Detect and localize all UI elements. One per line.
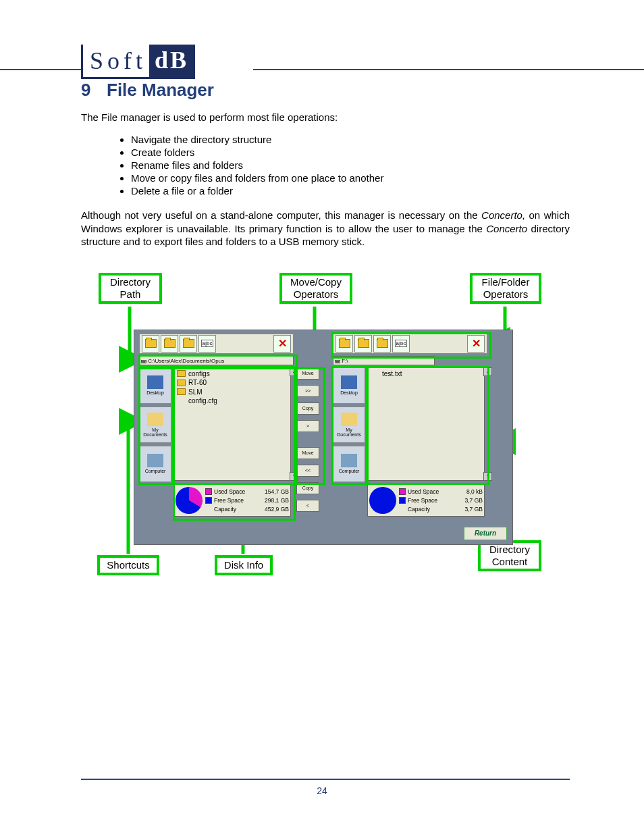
op-right-one[interactable]: > bbox=[296, 420, 319, 432]
delete-icon: ✕ bbox=[472, 337, 481, 350]
documents-icon bbox=[341, 413, 357, 426]
pie-chart-icon bbox=[369, 487, 396, 514]
op-copy-left[interactable]: Copy bbox=[296, 482, 319, 494]
shortcut-computer[interactable]: Computer bbox=[139, 446, 171, 482]
list-item[interactable]: test.txt bbox=[371, 369, 481, 379]
folder-icon bbox=[177, 388, 186, 395]
delete-icon: ✕ bbox=[278, 337, 287, 350]
new-folder-button[interactable] bbox=[180, 335, 197, 353]
new-folder-button-r[interactable] bbox=[373, 335, 391, 353]
pie-chart-icon bbox=[176, 487, 203, 514]
op-right-all[interactable]: >> bbox=[296, 385, 319, 397]
delete-button[interactable]: ✕ bbox=[273, 335, 291, 353]
shortcut-documents[interactable]: My Documents bbox=[139, 407, 171, 443]
folder-up-icon bbox=[339, 339, 350, 348]
folder-icon bbox=[177, 380, 186, 386]
folder-open-icon bbox=[358, 339, 369, 348]
list-item[interactable]: SLM bbox=[177, 388, 288, 397]
path-left[interactable]: 🖴 C:\Users\Alex\Documents\Opus bbox=[139, 356, 294, 365]
rename-icon: a|bc bbox=[201, 340, 214, 347]
used-swatch-icon bbox=[399, 488, 406, 495]
op-left-one[interactable]: < bbox=[296, 500, 319, 512]
page-number: 24 bbox=[0, 785, 644, 796]
folder-new-icon bbox=[377, 339, 388, 348]
op-move-right[interactable]: Move bbox=[296, 367, 319, 380]
toolbar-left: a|bc ✕ bbox=[139, 334, 294, 354]
shortcut-computer-r[interactable]: Computer bbox=[333, 446, 365, 482]
shortcuts-right: Desktop My Documents Computer bbox=[333, 367, 364, 533]
free-swatch-icon bbox=[399, 497, 406, 504]
toolbar-right: a|bc ✕ bbox=[333, 334, 487, 354]
logo-db: dB bbox=[149, 45, 195, 77]
up-folder-button[interactable] bbox=[142, 335, 159, 353]
scroll-up-button[interactable]: ▴ bbox=[483, 367, 492, 376]
path-right[interactable]: 🖴 F:\ bbox=[333, 356, 435, 365]
bullet-list: Navigate the directory structure Create … bbox=[131, 134, 570, 197]
section-heading: 9File Manager bbox=[81, 80, 570, 101]
shortcut-desktop[interactable]: Desktop bbox=[139, 367, 171, 404]
drive-icon: 🖴 bbox=[335, 358, 342, 364]
desktop-icon bbox=[341, 375, 357, 389]
label-disk-info: Disk Info bbox=[215, 555, 273, 575]
disk-info-left: Used Space154,7 GB Free Space298,1 GB Ca… bbox=[173, 484, 291, 517]
listing-left[interactable]: ▴ ▾ configs RT-60 SLM config.cfg bbox=[173, 367, 291, 481]
label-file-folder-ops: File/Folder Operators bbox=[470, 273, 541, 304]
label-directory-path: Directory Path bbox=[99, 273, 162, 304]
computer-icon bbox=[147, 454, 163, 467]
scroll-down-button[interactable]: ▾ bbox=[483, 472, 492, 481]
return-button[interactable]: Return bbox=[464, 527, 507, 540]
up-folder-button-r[interactable] bbox=[336, 335, 353, 353]
folder-up-icon bbox=[145, 339, 157, 348]
paragraph: Although not very useful on a stand-alon… bbox=[81, 209, 570, 249]
desktop-icon bbox=[147, 375, 163, 389]
listing-right[interactable]: ▴ ▾ test.txt bbox=[367, 367, 485, 481]
rename-button[interactable]: a|bc bbox=[198, 335, 216, 353]
op-left-all[interactable]: << bbox=[296, 465, 319, 477]
list-item[interactable]: RT-60 bbox=[177, 378, 288, 388]
op-move-left[interactable]: Move bbox=[296, 447, 319, 459]
rename-icon: a|bc bbox=[395, 340, 408, 347]
drive-icon: 🖴 bbox=[141, 358, 148, 364]
shortcut-desktop-r[interactable]: Desktop bbox=[333, 367, 365, 404]
file-manager-window: a|bc ✕ a|bc ✕ 🖴 C:\Users\Alex\Documents\… bbox=[134, 330, 513, 545]
delete-button-r[interactable]: ✕ bbox=[467, 335, 485, 353]
folder-open-icon bbox=[164, 339, 176, 348]
computer-icon bbox=[341, 454, 357, 467]
logo-soft: Soft bbox=[83, 47, 149, 75]
free-swatch-icon bbox=[205, 497, 212, 504]
documents-icon bbox=[147, 413, 163, 426]
label-shortcuts: Shortcuts bbox=[97, 555, 159, 575]
open-folder-button[interactable] bbox=[161, 335, 178, 353]
shortcut-documents-r[interactable]: My Documents bbox=[333, 407, 365, 443]
list-item[interactable]: configs bbox=[177, 369, 288, 379]
list-item[interactable]: config.cfg bbox=[177, 396, 288, 406]
move-copy-ops: Move >> Copy > Move << Copy < bbox=[296, 367, 321, 512]
op-copy-right[interactable]: Copy bbox=[296, 402, 319, 415]
label-move-copy: Move/Copy Operators bbox=[279, 273, 352, 304]
open-folder-button-r[interactable] bbox=[354, 335, 372, 353]
folder-icon bbox=[177, 370, 186, 377]
intro-text: The File manager is used to perform most… bbox=[81, 111, 570, 123]
rename-button-r[interactable]: a|bc bbox=[392, 335, 410, 353]
shortcuts-left: Desktop My Documents Computer bbox=[139, 367, 170, 533]
used-swatch-icon bbox=[205, 488, 212, 495]
disk-info-right: Used Space8,0 kB Free Space3,7 GB Capaci… bbox=[367, 484, 485, 517]
folder-new-icon bbox=[183, 339, 194, 348]
